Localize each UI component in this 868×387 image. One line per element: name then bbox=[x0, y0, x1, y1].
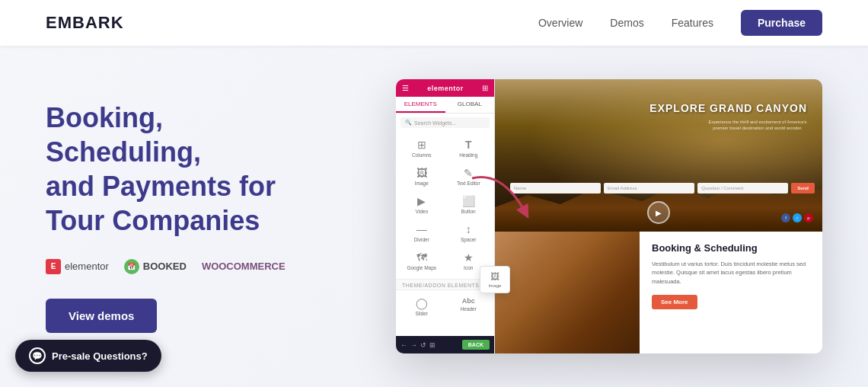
widget-image[interactable]: 🖼 Image bbox=[399, 163, 445, 190]
text-icon: ✎ bbox=[464, 167, 473, 179]
card-image bbox=[495, 232, 640, 353]
grid-icon[interactable]: ⊞ bbox=[429, 341, 436, 349]
elementor-logo: elementor bbox=[427, 85, 464, 92]
widget-label: Divider bbox=[414, 237, 429, 242]
widget-label: Header bbox=[461, 306, 477, 312]
elementor-tabs: ELEMENTS GLOBAL bbox=[396, 97, 494, 114]
badge-woocommerce: WOOCOMMERCE bbox=[202, 261, 286, 272]
card-image-overlay bbox=[495, 232, 640, 353]
spacer-icon: ↕ bbox=[466, 223, 471, 235]
widget-label: Slider bbox=[415, 311, 428, 316]
preview-hero-title: EXPLORE GRAND CANYON bbox=[649, 102, 807, 114]
widget-video[interactable]: ▶ Video bbox=[399, 191, 445, 218]
widget-columns[interactable]: ⊞ Columns bbox=[399, 135, 445, 162]
header-icon: Abc bbox=[462, 297, 475, 305]
video-icon: ▶ bbox=[417, 195, 426, 207]
tab-elements[interactable]: ELEMENTS bbox=[396, 97, 445, 113]
button-icon: ⬜ bbox=[462, 195, 475, 207]
widget-label: Columns bbox=[412, 152, 432, 158]
widget-header[interactable]: Abc Header bbox=[446, 293, 492, 320]
pinterest-icon[interactable]: p bbox=[804, 213, 813, 222]
presale-widget[interactable]: 💬 Pre-sale Questions? bbox=[15, 340, 161, 372]
left-panel: Booking, Scheduling, and Payments for To… bbox=[46, 101, 305, 333]
form-comment-field[interactable]: Question / Comment bbox=[697, 183, 788, 194]
view-demos-button[interactable]: View demos bbox=[46, 299, 157, 333]
undo-icon[interactable]: ← bbox=[400, 341, 407, 349]
widget-grid: ⊞ Columns T Heading 🖼 Image ✎ Text Edito… bbox=[396, 132, 494, 277]
preview-hero: EXPLORE GRAND CANYON Experience the thri… bbox=[495, 79, 822, 232]
facebook-icon[interactable]: f bbox=[781, 213, 790, 222]
widget-button[interactable]: ⬜ Button bbox=[446, 191, 492, 218]
floating-widget-card: 🖼 Image bbox=[495, 266, 510, 293]
header: EMBARK Overview Demos Features Purchase bbox=[0, 0, 868, 46]
widget-spacer[interactable]: ↕ Spacer bbox=[446, 219, 492, 246]
floating-widget-icon: 🖼 bbox=[495, 271, 499, 282]
ui-preview: ☰ elementor ⊞ ELEMENTS GLOBAL 🔍 Search W… bbox=[396, 79, 822, 353]
widget-label: Icon bbox=[464, 265, 473, 270]
widget-heading[interactable]: T Heading bbox=[446, 135, 492, 162]
theme-widget-grid: ◯ Slider Abc Header bbox=[396, 290, 494, 323]
twitter-icon[interactable]: t bbox=[793, 213, 802, 222]
card-title: Booking & Scheduling bbox=[652, 242, 810, 254]
heading-icon: T bbox=[465, 139, 472, 151]
elementor-label: elementor bbox=[65, 261, 109, 272]
columns-icon: ⊞ bbox=[417, 139, 426, 151]
icon-icon: ★ bbox=[464, 251, 474, 264]
search-icon: 🔍 bbox=[405, 120, 412, 126]
chat-icon: 💬 bbox=[29, 347, 46, 364]
search-placeholder: Search Widgets... bbox=[414, 120, 456, 126]
right-panel: ☰ elementor ⊞ ELEMENTS GLOBAL 🔍 Search W… bbox=[305, 79, 822, 353]
redo-icon[interactable]: → bbox=[410, 341, 417, 349]
nav-overview[interactable]: Overview bbox=[538, 17, 582, 29]
preview-hero-form: Name Email Address Question / Comment Se… bbox=[510, 183, 815, 194]
preview-hero-subtitle: Experience the thrill and excitement of … bbox=[704, 119, 811, 132]
form-email-field[interactable]: Email Address bbox=[604, 183, 694, 194]
divider-icon: — bbox=[416, 223, 427, 235]
card-content: Booking & Scheduling Vestibulum ut variu… bbox=[640, 232, 822, 353]
badge-group: E elementor 📅 BOOKED WOOCOMMERCE bbox=[46, 259, 305, 274]
see-more-button[interactable]: See More bbox=[652, 295, 697, 309]
widget-text-editor[interactable]: ✎ Text Editor bbox=[446, 163, 492, 190]
card-text: Vestibulum ut varius tortor. Duis tincid… bbox=[652, 260, 810, 286]
nav: Overview Demos Features Purchase bbox=[538, 10, 822, 36]
widget-label: Video bbox=[415, 209, 428, 214]
slider-icon: ◯ bbox=[416, 297, 428, 309]
purchase-button[interactable]: Purchase bbox=[741, 10, 822, 36]
booked-icon: 📅 bbox=[124, 259, 139, 274]
widget-divider[interactable]: — Divider bbox=[399, 219, 445, 246]
form-name-field[interactable]: Name bbox=[510, 183, 601, 194]
refresh-icon[interactable]: ↺ bbox=[420, 341, 426, 349]
play-button[interactable]: ▶ bbox=[647, 201, 670, 224]
form-submit-button[interactable]: Send bbox=[791, 183, 815, 194]
widget-label: Text Editor bbox=[457, 181, 480, 186]
publish-button[interactable]: BACK bbox=[462, 340, 490, 350]
preview-cards: Booking & Scheduling Vestibulum ut variu… bbox=[495, 232, 822, 353]
booked-label: BOOKED bbox=[143, 261, 187, 272]
widget-search[interactable]: 🔍 Search Widgets... bbox=[400, 117, 490, 128]
elementor-bottom-bar: ← → ↺ ⊞ BACK bbox=[396, 336, 494, 353]
image-icon: 🖼 bbox=[416, 167, 427, 179]
woo-label: WOOCOMMERCE bbox=[202, 261, 286, 272]
grid-icon: ⊞ bbox=[482, 84, 488, 92]
widget-label: Spacer bbox=[461, 237, 477, 242]
social-icons: f t p bbox=[781, 213, 813, 222]
logo: EMBARK bbox=[46, 13, 124, 33]
tab-global[interactable]: GLOBAL bbox=[445, 97, 495, 113]
widget-label: Heading bbox=[459, 152, 477, 158]
presale-label: Pre-sale Questions? bbox=[52, 350, 148, 362]
widget-maps[interactable]: 🗺 Google Maps bbox=[399, 248, 445, 274]
maps-icon: 🗺 bbox=[416, 251, 427, 264]
badge-elementor: E elementor bbox=[46, 259, 109, 274]
widget-slider[interactable]: ◯ Slider bbox=[399, 293, 445, 320]
hero-title: Booking, Scheduling, and Payments for To… bbox=[46, 101, 305, 238]
elementor-icon: E bbox=[46, 259, 61, 274]
elementor-topbar: ☰ elementor ⊞ bbox=[396, 79, 494, 97]
page-preview: EXPLORE GRAND CANYON Experience the thri… bbox=[495, 79, 822, 353]
nav-demos[interactable]: Demos bbox=[610, 17, 643, 29]
menu-icon: ☰ bbox=[402, 84, 409, 92]
widget-label: Button bbox=[461, 209, 476, 214]
widget-label: Google Maps bbox=[407, 265, 436, 270]
floating-widget-label: Image bbox=[495, 283, 501, 288]
nav-features[interactable]: Features bbox=[672, 17, 713, 29]
elementor-sidebar: ☰ elementor ⊞ ELEMENTS GLOBAL 🔍 Search W… bbox=[396, 79, 495, 353]
